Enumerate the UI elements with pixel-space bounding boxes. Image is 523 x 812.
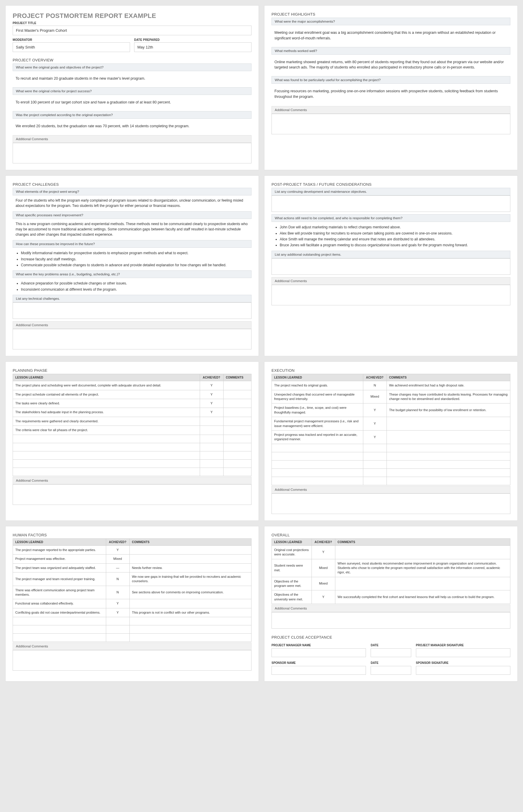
challenges-addl-box[interactable] [13,329,252,350]
table-cell [129,599,251,608]
pm-sig-label: PROJECT MANAGER SIGNATURE [416,644,510,647]
table-row-empty [13,451,252,459]
table-cell [200,459,223,468]
table-cell: The project manager reported to the appr… [13,545,106,554]
highlights-addl-box[interactable] [271,114,510,134]
challenges-addl-label: Additional Comments [13,321,252,329]
post-action-list: John Doe will adjust marketing materials… [271,224,510,248]
th-achieved: ACHIEVED? [200,374,223,381]
pm-sig-input[interactable] [416,648,510,657]
table-cell: When surveyed, most students recommended… [335,559,510,577]
human-addl-box[interactable] [13,650,252,671]
table-cell [13,625,106,634]
table-cell: Y [106,545,129,554]
table-cell [223,381,251,390]
challenges-tech-box[interactable] [13,302,252,319]
table-cell: The requirements were gathered and clear… [13,417,200,426]
post-q3: List any additional outstanding project … [271,251,510,258]
challenges-list-4: Advance preparation for possible schedul… [13,280,252,292]
table-cell: We now see gaps in training that will be… [129,572,251,586]
table-row-empty [13,435,252,443]
table-row: The project reached its original goals.N… [272,381,510,390]
challenges-heading: PROJECT CHALLENGES [13,182,252,187]
table-row: Fundamental project management processes… [272,417,510,431]
th-achieved: ACHIEVED? [311,539,335,545]
card-header-overview: PROJECT POSTMORTEM REPORT EXAMPLE PROJEC… [5,5,259,170]
table-cell: The tasks were clearly defined. [13,399,200,408]
table-cell: Y [106,608,129,617]
table-cell: Mixed [311,577,335,590]
table-cell: These changes may have contributed to st… [386,390,510,403]
execution-addl-label: Additional Comments [271,486,510,493]
highlights-a1: Meeting our initial enrollment goal was … [271,25,510,47]
date-label: DATE PREPARED [134,38,252,41]
moderator-input[interactable]: Sally Smith [13,42,130,52]
human-heading: HUMAN FACTORS [13,533,252,537]
table-cell [272,460,363,469]
overall-heading: OVERALL [271,533,510,537]
table-row-empty [272,452,510,460]
sp-name-input[interactable] [271,666,366,675]
table-cell [13,468,200,476]
table-cell [223,459,251,468]
table-cell: Y [311,545,335,559]
th-comments: COMMENTS [129,539,251,545]
table-cell: The stakeholders had adequate input in t… [13,408,200,417]
post-box3[interactable] [271,258,510,275]
table-cell: This program is not in conflict with our… [129,608,251,617]
table-row-empty [272,460,510,469]
overall-addl-box[interactable] [271,612,510,629]
highlights-heading: PROJECT HIGHLIGHTS [271,12,510,17]
table-cell [272,452,363,460]
table-cell [200,435,223,443]
table-cell [200,451,223,459]
table-cell: Project progress was tracked and reporte… [272,430,363,444]
table-cell: Functional areas collaborated effectivel… [13,599,106,608]
sp-name-label: SPONSOR NAME [271,661,366,664]
post-addl-box[interactable] [271,285,510,305]
card-overall: OVERALL LESSON LEARNED ACHIEVED? COMMENT… [264,526,518,682]
challenges-list-3: Modify informational materials for prosp… [13,250,252,268]
table-cell: Fundamental project management processes… [272,417,363,431]
highlights-q2: What methods worked well? [271,47,510,55]
table-cell: Mixed [106,554,129,563]
post-addl-label: Additional Comments [271,277,510,285]
challenges-q4: What were the key problems areas (i.e., … [13,270,252,278]
table-cell [13,451,200,459]
table-cell [200,443,223,451]
overview-addl-box[interactable] [13,143,252,164]
table-cell: The project reached its original goals. [272,381,363,390]
th-achieved: ACHIEVED? [106,539,129,545]
table-cell [106,634,129,642]
planning-addl-box[interactable] [13,484,252,505]
table-cell [386,477,510,485]
list-item: Communicate possible schedule changes to… [21,262,252,268]
challenges-a1: Four of the students who left the progra… [13,195,252,211]
table-cell: Conflicting goals did not cause interdep… [13,608,106,617]
highlights-addl-label: Additional Comments [271,106,510,114]
sp-sig-input[interactable] [416,666,510,675]
project-title-input[interactable]: First Master's Program Cohort [13,25,252,35]
table-cell [386,469,510,477]
sp-date-input[interactable] [371,666,411,675]
overview-q1: What were the original goals and objecti… [13,63,252,71]
table-row: The requirements were gathered and clear… [13,417,252,426]
table-cell [386,417,510,431]
table-row: The project team was organized and adequ… [13,563,252,572]
table-row: Project management was effective.Mixed [13,554,252,563]
table-cell: The budget planned for the possibility o… [386,403,510,417]
pm-name-input[interactable] [271,648,366,657]
table-cell [200,426,223,435]
table-cell [129,545,251,554]
table-cell [223,408,251,417]
date-input[interactable]: May 12th [134,42,252,52]
card-execution: EXECUTION LESSON LEARNED ACHIEVED? COMME… [264,361,518,521]
post-box1[interactable] [271,195,510,212]
table-row: There was efficient communication among … [13,586,252,599]
overview-addl-label: Additional Comments [13,135,252,143]
execution-addl-box[interactable] [271,493,510,514]
table-cell [223,468,251,476]
table-row-empty [13,617,252,625]
table-cell: Y [311,590,335,604]
pm-date-input[interactable] [371,648,411,657]
